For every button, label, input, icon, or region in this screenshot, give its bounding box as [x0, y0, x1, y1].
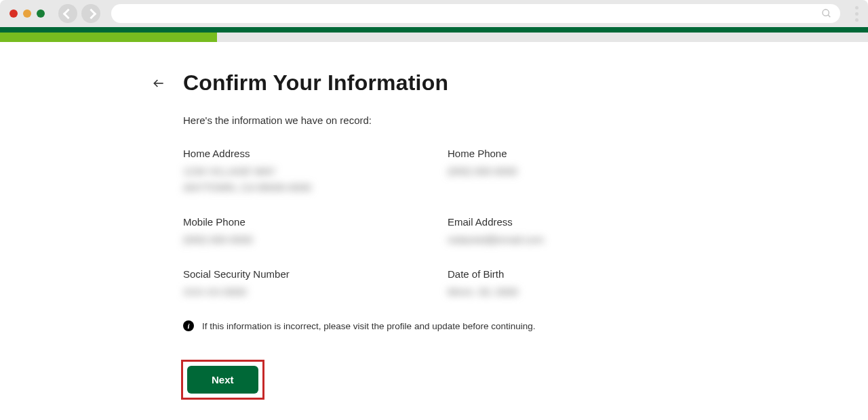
- arrow-left-icon: [152, 77, 165, 90]
- back-button[interactable]: [58, 4, 77, 23]
- field-mobile-phone: Mobile Phone (000) 000-0000: [183, 216, 420, 248]
- field-label: Mobile Phone: [183, 216, 420, 228]
- minimize-window-icon[interactable]: [23, 9, 31, 18]
- field-ssn: Social Security Number XXX-XX-0000: [183, 268, 420, 300]
- field-value: Mmm. 00, 0000: [448, 284, 685, 300]
- field-label: Social Security Number: [183, 268, 420, 280]
- field-label: Home Phone: [448, 148, 685, 159]
- field-value: 1234 VILLAGE WAY ANYTOWN, CA 95000-0000: [183, 163, 420, 196]
- browser-menu-button[interactable]: [855, 6, 859, 22]
- page-body: Confirm Your Information Here's the info…: [0, 42, 868, 400]
- info-grid: Home Address 1234 VILLAGE WAY ANYTOWN, C…: [183, 148, 685, 300]
- brand-stripe: [0, 27, 868, 33]
- back-arrow-button[interactable]: [152, 77, 165, 90]
- info-note-text: If this information is incorrect, please…: [202, 321, 536, 331]
- search-icon: [821, 8, 832, 19]
- field-home-phone: Home Phone (000) 000-0000: [448, 148, 685, 196]
- page-subtitle: Here's the information we have on record…: [183, 114, 685, 126]
- next-button[interactable]: Next: [187, 366, 258, 394]
- tutorial-highlight: Next: [181, 360, 264, 400]
- browser-nav: [58, 4, 100, 23]
- field-email: Email Address redacted@email.com: [448, 216, 685, 248]
- page-title: Confirm Your Information: [183, 70, 448, 96]
- field-value: redacted@email.com: [448, 232, 685, 248]
- progress-bar: [0, 33, 868, 42]
- field-label: Home Address: [183, 148, 420, 159]
- field-label: Date of Birth: [448, 268, 685, 280]
- maximize-window-icon[interactable]: [37, 9, 45, 18]
- close-window-icon[interactable]: [9, 9, 18, 18]
- svg-point-0: [823, 9, 829, 16]
- svg-line-1: [828, 15, 830, 17]
- field-dob: Date of Birth Mmm. 00, 0000: [448, 268, 685, 300]
- info-note-row: i If this information is incorrect, plea…: [183, 320, 685, 331]
- field-value: XXX-XX-0000: [183, 284, 420, 300]
- field-label: Email Address: [448, 216, 685, 228]
- info-icon: i: [183, 320, 194, 331]
- field-home-address: Home Address 1234 VILLAGE WAY ANYTOWN, C…: [183, 148, 420, 196]
- url-bar[interactable]: [111, 4, 840, 23]
- progress-bar-fill: [0, 33, 217, 42]
- forward-button[interactable]: [81, 4, 100, 23]
- field-value: (000) 000-0000: [183, 232, 420, 248]
- field-value: (000) 000-0000: [448, 163, 685, 180]
- browser-chrome: [0, 0, 868, 27]
- window-controls: [9, 9, 45, 18]
